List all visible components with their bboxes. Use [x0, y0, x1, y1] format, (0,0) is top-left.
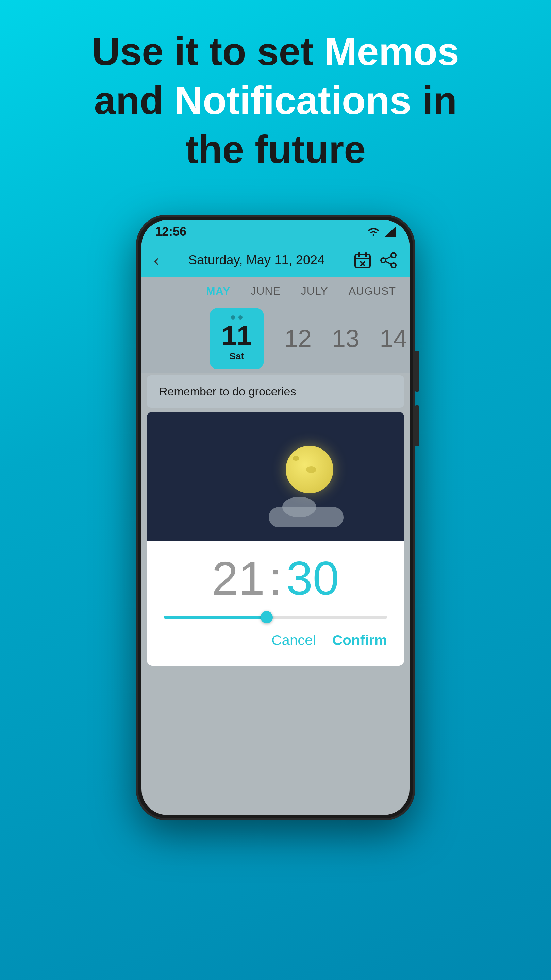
wifi-icon — [367, 226, 380, 237]
svg-line-11 — [385, 261, 392, 264]
headline-highlight2: Notifications — [175, 79, 411, 122]
confirm-button[interactable]: Confirm — [332, 632, 387, 649]
back-button[interactable]: ‹ — [154, 251, 159, 269]
header-date: Saturday, May 11, 2024 — [189, 253, 325, 267]
day-number-active: 11 — [222, 322, 252, 350]
slider-track — [164, 616, 387, 619]
months-row: MAY JUNE JULY AUGUST — [141, 277, 410, 305]
slider-thumb[interactable] — [260, 611, 273, 624]
dot-1 — [231, 315, 235, 320]
month-june[interactable]: JUNE — [251, 285, 281, 298]
month-july[interactable]: JULY — [301, 285, 328, 298]
night-scene — [147, 412, 404, 541]
dot-2 — [238, 315, 243, 320]
phone-mockup: 12:56 ‹ Saturday, May 11, — [136, 215, 415, 861]
volume-up-button — [415, 351, 419, 392]
phone-screen: 12:56 ‹ Saturday, May 11, — [141, 220, 410, 815]
headline-line3: in — [411, 79, 457, 122]
volume-down-button — [415, 405, 419, 446]
day-12[interactable]: 12 — [284, 325, 311, 353]
day-name-active: Sat — [229, 351, 244, 362]
cloud-graphic — [269, 507, 343, 527]
action-buttons: Cancel Confirm — [160, 632, 391, 649]
time-display: 21 : 30 — [212, 555, 339, 602]
slider-fill — [164, 616, 267, 619]
svg-rect-1 — [355, 255, 370, 267]
status-icons — [367, 226, 396, 237]
time-colon: : — [269, 555, 282, 602]
svg-line-10 — [385, 256, 392, 259]
svg-point-8 — [381, 258, 386, 263]
cancel-button[interactable]: Cancel — [272, 632, 316, 649]
share-icon[interactable] — [380, 251, 397, 269]
status-time: 12:56 — [155, 224, 186, 239]
time-picker: 21 : 30 Cancel Confirm — [147, 541, 404, 666]
time-hours: 21 — [212, 555, 265, 602]
headline-line2: and — [94, 79, 175, 122]
headline-highlight1: Memos — [324, 30, 459, 73]
headline-line4: the future — [185, 127, 366, 171]
memo-text: Remember to do groceries — [159, 385, 296, 398]
status-bar: 12:56 — [141, 220, 410, 243]
signal-icon — [384, 226, 396, 237]
day-11-card[interactable]: 11 Sat — [210, 308, 264, 369]
day-dots — [231, 315, 243, 320]
time-minutes: 30 — [286, 555, 339, 602]
app-header: ‹ Saturday, May 11, 2024 — [141, 243, 410, 277]
month-may[interactable]: MAY — [206, 285, 230, 298]
headline-line1: Use it to set — [92, 30, 324, 73]
days-row: 11 Sat 12 13 14 — [141, 305, 410, 372]
calendar-remove-icon[interactable] — [354, 251, 372, 269]
memo-area: Remember to do groceries — [147, 375, 404, 408]
svg-point-7 — [391, 253, 396, 258]
day-14[interactable]: 14 — [380, 325, 407, 353]
time-slider-container[interactable] — [160, 616, 391, 619]
headline: Use it to set Memos and Notifications in… — [51, 27, 500, 174]
svg-point-9 — [391, 263, 396, 268]
moon-graphic — [286, 446, 333, 493]
month-august[interactable]: AUGUST — [349, 285, 396, 298]
header-action-icons — [354, 251, 397, 269]
day-13[interactable]: 13 — [332, 325, 359, 353]
svg-marker-0 — [384, 226, 396, 237]
phone-frame: 12:56 ‹ Saturday, May 11, — [136, 215, 415, 821]
